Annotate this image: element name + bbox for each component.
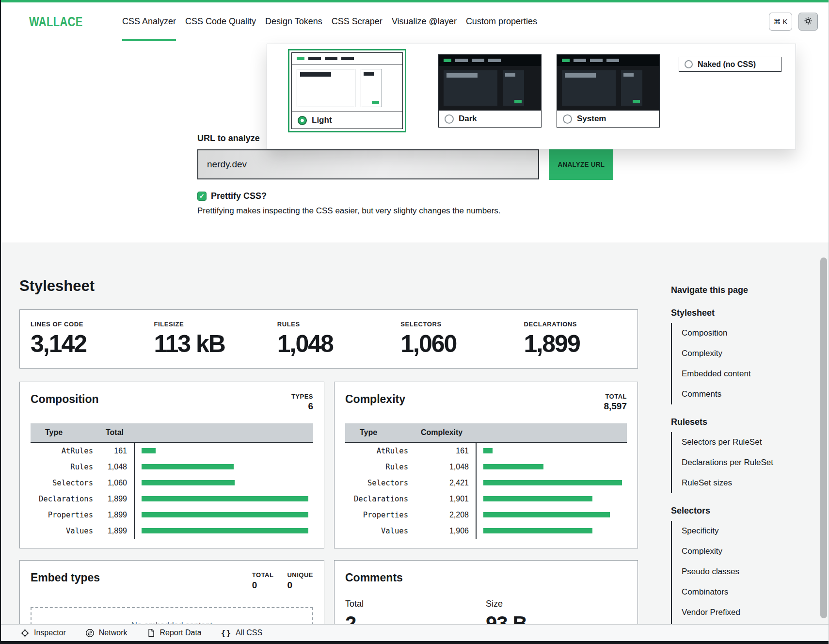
sun-icon [804,16,813,27]
theme-toggle-button[interactable] [798,13,818,31]
row-value: 1,899 [99,491,134,507]
page-nav-section-selectors[interactable]: Selectors [671,506,792,516]
row-value: 1,899 [99,523,134,539]
row-type: AtRules [345,443,414,459]
page-nav-item-declarations-per-ruleset[interactable]: Declarations per RuleSet [672,452,792,473]
theme-option-naked[interactable]: Naked (no CSS) [679,57,781,72]
stat-label: DECLARATIONS [524,321,638,328]
theme-option-light[interactable]: Light [291,52,403,129]
url-input[interactable] [197,149,539,179]
row-value: 1,060 [99,475,134,491]
composition-meta-value: 6 [291,401,313,412]
row-value: 2,208 [414,507,476,523]
prettify-label: Prettify CSS? [211,191,267,201]
radio-system[interactable] [563,114,572,124]
row-bar [134,523,313,539]
dark-theme-preview [439,55,541,110]
stat-selectors: SELECTORS1,060 [391,321,514,358]
complexity-card: Complexity TOTAL 8,597 TypeComplexityAtR… [334,382,638,548]
network-icon [85,628,95,638]
page-nav-item-composition[interactable]: Composition [672,323,792,343]
complexity-meta-value: 8,597 [604,401,627,412]
stylesheet-heading: Stylesheet [19,277,95,295]
bottom-bar-item-network[interactable]: Network [85,628,128,638]
page-nav-item-comments[interactable]: Comments [672,384,792,404]
theme-option-label: Light [312,115,332,125]
composition-card: Composition TYPES 6 TypeTotalAtRules161R… [19,382,324,548]
page-nav-item-embedded-content[interactable]: Embedded content [672,364,792,384]
bottom-bar-item-inspector[interactable]: Inspector [20,628,66,638]
embed-types-stats: TOTAL0UNIQUE0 [252,571,313,591]
theme-option-label-row: System [557,110,659,127]
radio-naked[interactable] [685,60,693,68]
row-bar [476,459,627,475]
scrollbar-thumb[interactable] [820,258,827,618]
bottom-bar-item-label: Network [99,628,128,637]
row-bar [134,475,313,491]
page-nav-item-pseudo-classes[interactable]: Pseudo classes [672,562,792,582]
row-bar [476,475,627,491]
stat-label: Size [486,599,627,609]
window-bottom-edge [1,641,829,644]
page-nav-item-vendor-prefixed[interactable]: Vendor Prefixed [672,602,792,623]
row-bar [134,443,313,459]
stat-value: 3,142 [31,330,144,358]
radio-light[interactable] [298,116,307,125]
row-bar [476,491,627,507]
table-header-bar [134,423,313,443]
table-header-type: Type [345,423,414,443]
stat-label: FILESIZE [154,321,267,328]
page: WALLACE CSS AnalyzerCSS Code QualityDesi… [0,0,829,644]
composition-meta: TYPES 6 [291,393,313,412]
nav-item-design-tokens[interactable]: Design Tokens [265,2,322,41]
prettify-row: ✓ Prettify CSS? [197,191,267,201]
nav-item-visualize-layer[interactable]: Visualize @layer [392,2,457,41]
brand-logo[interactable]: WALLACE [29,14,83,30]
crosshair-icon [20,628,30,638]
row-type: Values [345,523,414,539]
bottom-bar-item-report-data[interactable]: Report Data [147,628,202,637]
row-type: Selectors [31,475,99,491]
navbar-actions: ⌘ K [769,13,818,31]
nav-item-css-code-quality[interactable]: CSS Code Quality [185,2,256,41]
page-nav-title: Navigate this page [671,285,792,295]
nav-item-css-scraper[interactable]: CSS Scraper [332,2,383,41]
composition-card-head: Composition TYPES 6 [31,393,313,412]
radio-dark[interactable] [445,114,454,124]
braces-icon: {} [221,628,231,638]
page-nav-item-combinators[interactable]: Combinators [672,582,792,602]
stat-label: RULES [277,321,391,328]
bottom-bar-item-label: Report Data [160,628,202,637]
nav-item-custom-properties[interactable]: Custom properties [466,2,537,41]
page-nav-section-rulesets[interactable]: Rulesets [671,417,792,427]
command-k-button[interactable]: ⌘ K [769,13,792,31]
row-type: Properties [345,507,414,523]
stat-label: Total [345,599,486,609]
page-nav-item-ruleset-sizes[interactable]: RuleSet sizes [672,473,792,493]
navbar: WALLACE CSS AnalyzerCSS Code QualityDesi… [1,0,829,41]
page-nav-item-selectors-per-ruleset[interactable]: Selectors per RuleSet [672,432,792,452]
bottom-bar-item-all-css[interactable]: {}All CSS [221,628,262,638]
stat-value: 0 [252,580,274,591]
page-nav-group-rulesets: Selectors per RuleSetDeclarations per Ru… [671,432,792,493]
composition-table: TypeTotalAtRules161Rules1,048Selectors1,… [31,423,313,539]
theme-option-dark[interactable]: Dark [438,54,542,128]
prettify-checkbox[interactable]: ✓ [197,192,207,201]
stat-label: LINES OF CODE [31,321,144,328]
theme-option-system[interactable]: System [557,54,660,128]
page-nav-item-complexity[interactable]: Complexity [672,541,792,562]
page-nav-item-complexity[interactable]: Complexity [672,343,792,364]
theme-option-label: Naked (no CSS) [698,60,756,69]
nav-item-css-analyzer[interactable]: CSS Analyzer [122,2,176,41]
page-nav-item-specificity[interactable]: Specificity [672,521,792,541]
row-value: 1,048 [99,459,134,475]
complexity-meta-label: TOTAL [604,393,627,400]
complexity-card-head: Complexity TOTAL 8,597 [345,393,627,412]
stat-value: 0 [287,580,313,591]
theme-option-label: Dark [459,114,477,124]
page-nav-section-stylesheet[interactable]: Stylesheet [671,308,792,318]
row-type: Declarations [345,491,414,507]
analyze-url-button[interactable]: ANALYZE URL [549,148,613,180]
table-header-bar [476,423,627,443]
complexity-title: Complexity [345,393,405,406]
